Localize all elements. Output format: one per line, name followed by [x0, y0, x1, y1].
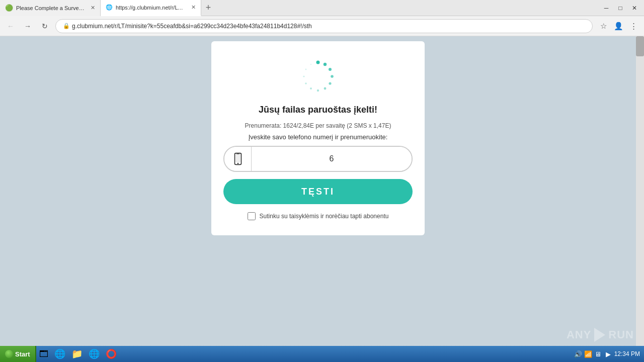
svg-point-6: [317, 89, 319, 92]
svg-point-3: [331, 75, 334, 78]
svg-point-2: [329, 68, 332, 71]
network-icon[interactable]: 📶: [584, 350, 592, 358]
svg-point-4: [329, 82, 331, 84]
folder-icon: 📁: [71, 348, 83, 359]
toolbar-right: ☆ 👤 ⋮: [597, 20, 640, 33]
new-tab-button[interactable]: +: [201, 1, 215, 15]
close-button[interactable]: ✕: [628, 3, 641, 13]
browser1-icon: 🌐: [54, 348, 65, 359]
terms-label[interactable]: Sutinku su taisyklėmis ir norėčiau tapti…: [260, 213, 389, 220]
start-button[interactable]: Start: [0, 346, 36, 362]
taskbar-left: Start 🗔 🌐 📁 🌐 ⭕: [0, 346, 120, 362]
bookmark-icon[interactable]: ☆: [597, 20, 610, 33]
minimize-button[interactable]: ─: [600, 3, 613, 13]
tab1-close-icon[interactable]: ✕: [91, 5, 95, 11]
display-icon[interactable]: 🖥: [594, 350, 602, 358]
menu-icon[interactable]: ⋮: [627, 20, 640, 33]
tab2-label: https://g.clubmium.net/r/LT/minisite...: [116, 5, 186, 11]
audio-icon[interactable]: 🔊: [574, 350, 582, 358]
phone-icon: [231, 152, 245, 165]
svg-point-14: [237, 163, 238, 164]
modal-heading: Jūsų failas paruoštas įkelti!: [259, 105, 377, 115]
checkbox-row: Sutinku su taisyklėmis ir norėčiau tapti…: [248, 212, 389, 220]
svg-point-10: [305, 69, 307, 70]
scrollbar-thumb[interactable]: [636, 36, 644, 56]
taskbar-app-browser1[interactable]: 🌐: [51, 347, 68, 361]
svg-point-0: [316, 61, 320, 64]
svg-point-8: [305, 82, 307, 84]
svg-rect-13: [235, 154, 240, 162]
taskbar-right: 🔊 📶 🖥 ▶ 12:34 PM: [574, 350, 644, 358]
start-label: Start: [15, 350, 30, 358]
tabs-container: 🟢 Please Complete a Survey Below to ... …: [0, 0, 215, 16]
terms-checkbox[interactable]: [248, 212, 256, 220]
subscription-info: Prenumerata: 1624/2,84E per savaitę (2 S…: [245, 122, 391, 129]
page-background: @keyframes spin { to { transform: rotate…: [0, 36, 636, 346]
forward-button[interactable]: →: [21, 20, 34, 33]
taskbar-app-browser2[interactable]: 🌐: [86, 347, 103, 361]
taskbar-apps: 🗔 🌐 📁 🌐 ⭕: [36, 346, 120, 362]
browser-tab-2[interactable]: 🌐 https://g.clubmium.net/r/LT/minisite..…: [101, 0, 201, 16]
tab2-close-icon[interactable]: ✕: [191, 4, 196, 11]
title-bar: 🟢 Please Complete a Survey Below to ... …: [0, 0, 644, 16]
svg-point-1: [324, 63, 327, 66]
address-input-box[interactable]: 🔒 g.clubmium.net/r/LT/minisite?k=55ceafd…: [55, 19, 593, 33]
taskbar-app-window[interactable]: 🗔: [36, 347, 51, 361]
window-controls: ─ □ ✕: [600, 3, 644, 13]
scrollbar[interactable]: [636, 36, 644, 362]
tab1-favicon: 🟢: [5, 4, 13, 12]
phone-label: Įveskite savo telefono numerį ir prenume…: [223, 133, 413, 141]
browser-tab-1[interactable]: 🟢 Please Complete a Survey Below to ... …: [0, 0, 101, 16]
svg-point-9: [303, 75, 304, 77]
phone-input[interactable]: [252, 147, 412, 171]
address-bar: ← → ↻ 🔒 g.clubmium.net/r/LT/minisite?k=5…: [0, 16, 644, 36]
svg-point-11: [310, 64, 311, 65]
back-button[interactable]: ←: [4, 20, 17, 33]
modal-card: @keyframes spin { to { transform: rotate…: [211, 41, 425, 235]
window-app-icon: 🗔: [39, 349, 48, 359]
phone-icon-box: [224, 147, 252, 171]
maximize-button[interactable]: □: [614, 3, 627, 13]
svg-point-5: [324, 87, 327, 90]
taskbar-app-folder[interactable]: 📁: [68, 347, 86, 361]
arrow-icon[interactable]: ▶: [604, 350, 612, 358]
profile-icon[interactable]: 👤: [612, 20, 625, 33]
lock-icon: 🔒: [63, 23, 70, 29]
taskbar-app-antivirus[interactable]: ⭕: [103, 347, 120, 361]
clock: 12:34 PM: [614, 350, 640, 357]
tab2-favicon: 🌐: [106, 4, 113, 11]
svg-point-7: [310, 87, 312, 89]
phone-input-wrapper: [223, 146, 413, 172]
start-orb-icon: [5, 350, 13, 358]
taskbar: Start 🗔 🌐 📁 🌐 ⭕ 🔊 📶 🖥 ▶ 12:34 PM: [0, 346, 644, 362]
loading-spinner: @keyframes spin { to { transform: rotate…: [298, 56, 338, 97]
reload-button[interactable]: ↻: [38, 20, 51, 33]
address-text: g.clubmium.net/r/LT/minisite?k=55ceafdb&…: [72, 23, 312, 30]
tab1-label: Please Complete a Survey Below to ...: [16, 5, 86, 11]
antivirus-icon: ⭕: [106, 348, 117, 359]
browser2-icon: 🌐: [89, 348, 100, 359]
submit-button[interactable]: TĘSTI: [223, 179, 413, 204]
